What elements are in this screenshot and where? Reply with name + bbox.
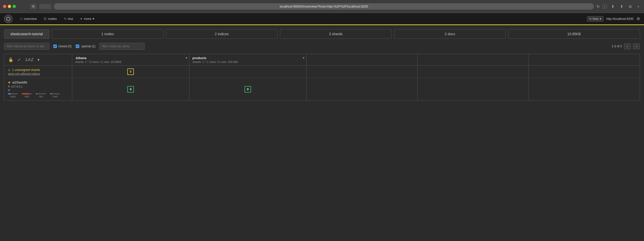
- cluster-name-box[interactable]: elasticsearch-tutorial: [4, 29, 49, 39]
- heap-bar: [8, 93, 18, 94]
- disk-metric: disk: [22, 93, 32, 98]
- node-name-label: w2Sw4dN: [12, 81, 27, 84]
- disk-bar: [22, 93, 32, 94]
- dropdown-icon[interactable]: ▾: [37, 57, 40, 63]
- heap-label: heap: [10, 95, 16, 98]
- unassigned-empty-2: [418, 66, 529, 78]
- special-filter-label[interactable]: .special (1): [76, 45, 96, 48]
- lock-icon[interactable]: 🔓: [8, 57, 14, 63]
- unassigned-shard-badge-kibana[interactable]: 0: [127, 68, 134, 75]
- indices-stat-box[interactable]: 2 indices: [166, 29, 278, 39]
- more-chevron-icon: ▾: [93, 17, 94, 21]
- unassigned-warning: ⚠ 1 unassigned shards: [8, 68, 68, 72]
- node-products-shard: 0: [189, 78, 307, 100]
- products-index-meta: shards: 1 * 1 | docs: 0 | size: 162.00b: [192, 60, 303, 63]
- products-shard-badge[interactable]: 0: [245, 86, 251, 93]
- products-dropdown-button[interactable]: ▾: [303, 56, 304, 60]
- closed-filter-checkbox[interactable]: [53, 45, 57, 48]
- heap-fill: [8, 93, 11, 94]
- refresh-icon: ↻: [589, 17, 592, 21]
- nodes-stat-label: 1 nodes: [101, 32, 114, 36]
- load-label: load: [53, 95, 58, 98]
- cpu-metric: cpu: [36, 93, 46, 98]
- unassigned-kibana-shard: 0: [72, 66, 189, 78]
- grid-controls-cell: 🔓 ⤢ ⇓A Z ▾: [4, 54, 72, 65]
- sort-az-icon[interactable]: ⇓A Z: [24, 57, 34, 63]
- info-button[interactable]: i: [602, 4, 607, 9]
- nodes-stat-box[interactable]: 1 nodes: [52, 29, 164, 39]
- empty-col-3: [529, 54, 640, 65]
- expand-icon[interactable]: ⤢: [17, 57, 21, 63]
- download-button[interactable]: ⬇: [610, 4, 616, 10]
- load-bar: [50, 93, 60, 94]
- url-bar[interactable]: [54, 3, 594, 10]
- minimize-button[interactable]: [8, 5, 11, 8]
- kibana-shard-badge[interactable]: 0: [127, 86, 134, 93]
- back-button[interactable]: ‹: [20, 4, 23, 9]
- prev-page-button[interactable]: ‹: [624, 43, 631, 49]
- nav-rest-label: rest: [68, 17, 73, 21]
- next-page-button[interactable]: ›: [633, 43, 640, 49]
- heap-metric: heap: [8, 93, 18, 98]
- page-refresh-button[interactable]: ↻: [596, 4, 600, 9]
- nav-nodes[interactable]: ☰ nodes: [40, 13, 60, 25]
- star-icon: ★: [8, 81, 11, 84]
- share-button[interactable]: ⬆: [619, 4, 625, 10]
- node-empty-2: [418, 78, 529, 100]
- nav-rest[interactable]: ✎ rest: [60, 13, 77, 25]
- pagination-label: 1-2 of 2: [612, 45, 622, 48]
- maximize-button[interactable]: [13, 5, 16, 8]
- docs-stat-label: 2 docs: [445, 32, 455, 36]
- tab-view-button[interactable]: ⊞: [30, 4, 36, 9]
- closed-filter-label[interactable]: closed (0): [53, 45, 72, 48]
- filter-indices-input[interactable]: [4, 43, 49, 50]
- unassigned-label: 1 unassigned shards: [12, 68, 40, 72]
- load-metric: load: [50, 93, 60, 98]
- app-header: ⬡ overview ☰ nodes ✎ rest ✦ more ▾ ↻ 5se…: [0, 13, 644, 25]
- pagination-info: 1-2 of 2 ‹ ›: [612, 43, 640, 49]
- settings-button[interactable]: ⚙: [636, 16, 640, 21]
- show-affected-link[interactable]: show only affected indices: [8, 72, 68, 75]
- load-fill: [50, 93, 52, 94]
- nodes-icon: ☰: [44, 17, 47, 21]
- unassigned-row: ⚠ 1 unassigned shards show only affected…: [4, 66, 640, 78]
- disk-icon: ⊜: [8, 85, 10, 88]
- main-content: elasticsearch-tutorial 1 nodes 2 indices…: [0, 25, 644, 105]
- filter-nodes-input[interactable]: [99, 43, 145, 50]
- cluster-name-label: elasticsearch-tutorial: [11, 32, 43, 36]
- nav-more[interactable]: ✦ more ▾: [76, 13, 98, 25]
- kibana-dropdown-button[interactable]: ▾: [186, 56, 187, 60]
- nav-overview[interactable]: ⬡ overview: [17, 13, 40, 25]
- node-row: ★ w2Sw4dN ⊜ 127.0.0.1 ⇄ heap: [4, 78, 640, 100]
- empty-col-2: [418, 54, 529, 65]
- window-button[interactable]: ⧉: [627, 4, 633, 10]
- products-index-header: products shards: 1 * 1 | docs: 0 | size:…: [189, 54, 307, 65]
- node-attrs: ⇄: [8, 89, 68, 92]
- app-grid-button[interactable]: ⋮⋮⋮: [39, 4, 51, 9]
- close-button[interactable]: [3, 5, 6, 8]
- add-tab-button[interactable]: +: [636, 4, 641, 9]
- host-url-label: http://localhost:9200: [607, 17, 633, 21]
- forward-button[interactable]: ›: [24, 4, 27, 9]
- refresh-chevron-icon: ▾: [600, 17, 601, 21]
- node-ip-row: ⊜ 127.0.0.1: [8, 85, 68, 88]
- special-filter-checkbox[interactable]: [76, 45, 79, 48]
- size-stat-label: 10.85KB: [567, 32, 581, 36]
- unassigned-cell: ⚠ 1 unassigned shards show only affected…: [4, 66, 72, 78]
- node-attrs-icon: ⇄: [8, 89, 10, 92]
- special-filter-text: .special (1): [81, 45, 96, 48]
- node-empty-1: [307, 78, 418, 100]
- node-kibana-shard: 0: [72, 78, 189, 100]
- nav-more-label: more: [84, 17, 91, 21]
- overview-icon: ⬡: [20, 17, 23, 21]
- more-icon: ✦: [80, 17, 83, 21]
- rest-icon: ✎: [64, 17, 66, 21]
- docs-stat-box[interactable]: 2 docs: [394, 29, 506, 39]
- nav-nodes-label: nodes: [48, 17, 57, 21]
- refresh-dropdown[interactable]: ↻ 5sec ▾: [587, 16, 603, 22]
- stats-row: elasticsearch-tutorial 1 nodes 2 indices…: [4, 29, 640, 39]
- nav-overview-label: overview: [24, 17, 37, 21]
- nav-arrows: ‹ ›: [20, 4, 28, 9]
- shards-stat-box[interactable]: 3 shards: [280, 29, 392, 39]
- size-stat-box[interactable]: 10.85KB: [508, 29, 640, 39]
